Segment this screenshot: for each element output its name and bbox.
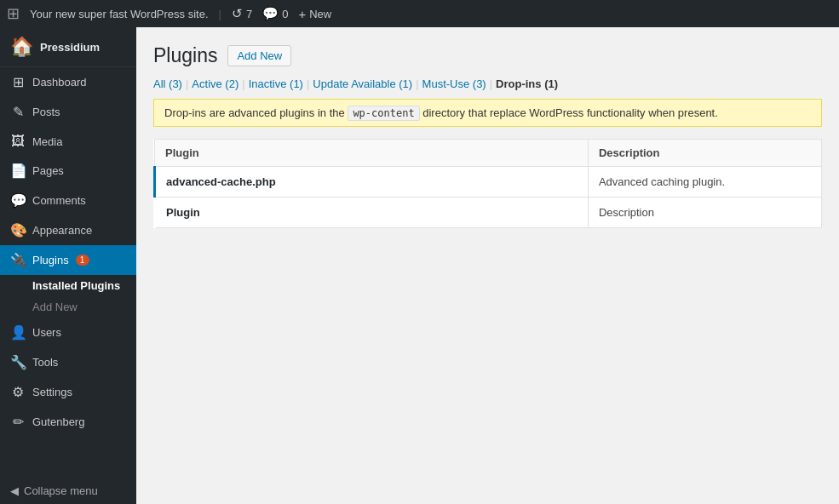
- filter-all[interactable]: All (3): [153, 77, 182, 90]
- sidebar-item-dashboard[interactable]: ⊞ Dashboard: [0, 67, 136, 97]
- plugin-name-2: Plugin: [166, 206, 200, 219]
- info-box: Drop-ins are advanced plugins in the wp-…: [153, 99, 822, 127]
- plugin-description-2: Description: [588, 198, 821, 228]
- sidebar-brand[interactable]: 🏠 Pressidium: [0, 27, 136, 67]
- pages-icon: 📄: [10, 163, 26, 179]
- site-name[interactable]: Your new super fast WordPress site.: [30, 8, 209, 20]
- appearance-icon: 🎨: [10, 222, 26, 238]
- column-description: Description: [588, 140, 821, 167]
- filter-must-use[interactable]: Must-Use (3): [422, 77, 486, 90]
- plus-icon: +: [298, 7, 306, 21]
- sidebar-item-gutenberg[interactable]: ✏ Gutenberg: [0, 407, 136, 437]
- brand-icon: 🏠: [10, 36, 33, 58]
- sidebar-subitem-installed-plugins[interactable]: Installed Plugins: [0, 275, 136, 296]
- updates-link[interactable]: ↺ 7: [232, 6, 252, 21]
- users-icon: 👤: [10, 324, 26, 341]
- sidebar-item-posts[interactable]: ✎ Posts: [0, 97, 136, 127]
- table-row: Plugin Description: [155, 198, 822, 228]
- top-bar: ⊞ Your new super fast WordPress site. | …: [0, 0, 839, 27]
- sidebar-item-users[interactable]: 👤 Users: [0, 318, 136, 347]
- sidebar: 🏠 Pressidium ⊞ Dashboard ✎ Posts 🖼 Media…: [0, 27, 136, 504]
- collapse-icon: ◀: [10, 484, 19, 497]
- filter-active[interactable]: Active (2): [192, 77, 238, 90]
- column-plugin: Plugin: [155, 140, 589, 167]
- filter-drop-ins[interactable]: Drop-ins (1): [496, 77, 558, 90]
- plugin-name-1: advanced-cache.php: [166, 175, 276, 188]
- plugin-description-1: Advanced caching plugin.: [588, 167, 821, 198]
- wp-content-code: wp-content: [348, 106, 419, 121]
- sidebar-item-media[interactable]: 🖼 Media: [0, 127, 136, 156]
- comments-icon: 💬: [262, 6, 279, 21]
- sidebar-item-settings[interactable]: ⚙ Settings: [0, 377, 136, 407]
- sidebar-item-tools[interactable]: 🔧 Tools: [0, 347, 136, 377]
- plugins-table: Plugin Description advanced-cache.php Ad…: [153, 139, 822, 228]
- new-content-link[interactable]: + New: [298, 7, 331, 21]
- tools-icon: 🔧: [10, 354, 26, 370]
- comments-link[interactable]: 💬 0: [262, 6, 288, 21]
- media-icon: 🖼: [10, 134, 26, 149]
- main-content: Plugins Add New All (3) | Active (2) | I…: [136, 27, 839, 504]
- posts-icon: ✎: [10, 104, 26, 120]
- plugins-badge: 1: [76, 255, 89, 266]
- sidebar-item-appearance[interactable]: 🎨 Appearance: [0, 215, 136, 245]
- updates-icon: ↺: [232, 6, 243, 21]
- wp-logo-icon: ⊞: [7, 4, 20, 23]
- add-new-button[interactable]: Add New: [227, 45, 291, 66]
- gutenberg-icon: ✏: [10, 414, 26, 430]
- dashboard-icon: ⊞: [10, 74, 26, 90]
- sidebar-item-comments[interactable]: 💬 Comments: [0, 186, 136, 215]
- settings-icon: ⚙: [10, 384, 26, 400]
- page-header: Plugins Add New: [153, 44, 822, 67]
- sidebar-item-pages[interactable]: 📄 Pages: [0, 156, 136, 186]
- filter-inactive[interactable]: Inactive (1): [249, 77, 303, 90]
- filter-update-available[interactable]: Update Available (1): [313, 77, 412, 90]
- page-title: Plugins: [153, 44, 217, 67]
- comments-sidebar-icon: 💬: [10, 192, 26, 209]
- collapse-menu-button[interactable]: ◀ Collapse menu: [0, 478, 136, 504]
- filter-bar: All (3) | Active (2) | Inactive (1) | Up…: [153, 77, 822, 90]
- plugins-icon: 🔌: [10, 252, 26, 268]
- table-row: advanced-cache.php Advanced caching plug…: [155, 167, 822, 198]
- sidebar-item-plugins[interactable]: 🔌 Plugins 1: [0, 245, 136, 275]
- sidebar-subitem-add-new[interactable]: Add New: [0, 296, 136, 318]
